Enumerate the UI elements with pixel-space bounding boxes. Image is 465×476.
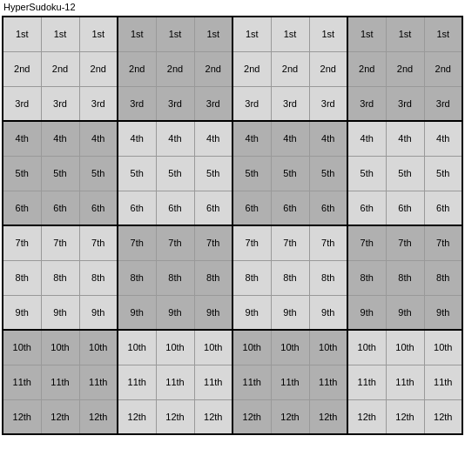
cell[interactable]: 4th [118, 121, 156, 156]
cell[interactable]: 11th [347, 365, 386, 399]
cell[interactable]: 6th [347, 191, 386, 225]
cell[interactable]: 6th [424, 191, 462, 225]
cell[interactable]: 9th [79, 295, 118, 330]
cell[interactable]: 4th [79, 121, 118, 156]
cell[interactable]: 2nd [41, 51, 79, 86]
cell[interactable]: 7th [386, 225, 424, 260]
cell[interactable]: 8th [194, 260, 232, 295]
cell[interactable]: 4th [424, 121, 462, 156]
cell[interactable]: 9th [194, 295, 232, 330]
cell[interactable]: 7th [194, 225, 232, 260]
cell[interactable]: 8th [271, 260, 309, 295]
cell[interactable]: 9th [386, 295, 424, 330]
cell[interactable]: 11th [424, 365, 462, 399]
cell[interactable]: 7th [309, 225, 347, 260]
cell[interactable]: 3rd [271, 86, 309, 121]
cell[interactable]: 4th [41, 121, 79, 156]
cell[interactable]: 1st [424, 17, 462, 51]
cell[interactable]: 4th [271, 121, 309, 156]
cell[interactable]: 7th [41, 225, 79, 260]
cell[interactable]: 6th [118, 191, 156, 225]
cell[interactable]: 3rd [79, 86, 118, 121]
cell[interactable]: 3rd [347, 86, 386, 121]
cell[interactable]: 5th [386, 156, 424, 191]
cell[interactable]: 2nd [271, 51, 309, 86]
cell[interactable]: 5th [424, 156, 462, 191]
cell[interactable]: 12th [424, 399, 462, 434]
cell[interactable]: 11th [309, 365, 347, 399]
cell[interactable]: 12th [3, 399, 41, 434]
cell[interactable]: 2nd [194, 51, 232, 86]
cell[interactable]: 2nd [118, 51, 156, 86]
cell[interactable]: 12th [194, 399, 232, 434]
cell[interactable]: 3rd [232, 86, 271, 121]
cell[interactable]: 4th [347, 121, 386, 156]
cell[interactable]: 2nd [79, 51, 118, 86]
cell[interactable]: 7th [347, 225, 386, 260]
cell[interactable]: 4th [232, 121, 271, 156]
cell[interactable]: 1st [156, 17, 194, 51]
cell[interactable]: 5th [41, 156, 79, 191]
cell[interactable]: 7th [271, 225, 309, 260]
cell[interactable]: 8th [386, 260, 424, 295]
cell[interactable]: 3rd [386, 86, 424, 121]
cell[interactable]: 8th [79, 260, 118, 295]
cell[interactable]: 5th [156, 156, 194, 191]
cell[interactable]: 4th [194, 121, 232, 156]
cell[interactable]: 12th [232, 399, 271, 434]
cell[interactable]: 1st [386, 17, 424, 51]
cell[interactable]: 9th [118, 295, 156, 330]
cell[interactable]: 5th [3, 156, 41, 191]
cell[interactable]: 10th [309, 330, 347, 365]
cell[interactable]: 8th [424, 260, 462, 295]
cell[interactable]: 11th [232, 365, 271, 399]
cell[interactable]: 8th [232, 260, 271, 295]
cell[interactable]: 4th [156, 121, 194, 156]
cell[interactable]: 5th [118, 156, 156, 191]
cell[interactable]: 12th [156, 399, 194, 434]
cell[interactable]: 1st [118, 17, 156, 51]
cell[interactable]: 3rd [424, 86, 462, 121]
cell[interactable]: 7th [232, 225, 271, 260]
cell[interactable]: 9th [347, 295, 386, 330]
cell[interactable]: 10th [79, 330, 118, 365]
cell[interactable]: 5th [232, 156, 271, 191]
cell[interactable]: 2nd [232, 51, 271, 86]
cell[interactable]: 2nd [3, 51, 41, 86]
cell[interactable]: 6th [3, 191, 41, 225]
cell[interactable]: 11th [194, 365, 232, 399]
cell[interactable]: 4th [3, 121, 41, 156]
cell[interactable]: 8th [118, 260, 156, 295]
cell[interactable]: 1st [309, 17, 347, 51]
cell[interactable]: 12th [309, 399, 347, 434]
cell[interactable]: 9th [271, 295, 309, 330]
cell[interactable]: 10th [194, 330, 232, 365]
cell[interactable]: 6th [232, 191, 271, 225]
cell[interactable]: 10th [424, 330, 462, 365]
cell[interactable]: 6th [79, 191, 118, 225]
cell[interactable]: 11th [79, 365, 118, 399]
cell[interactable]: 5th [347, 156, 386, 191]
cell[interactable]: 4th [309, 121, 347, 156]
cell[interactable]: 6th [41, 191, 79, 225]
cell[interactable]: 7th [156, 225, 194, 260]
cell[interactable]: 11th [118, 365, 156, 399]
cell[interactable]: 7th [3, 225, 41, 260]
cell[interactable]: 1st [3, 17, 41, 51]
cell[interactable]: 3rd [156, 86, 194, 121]
cell[interactable]: 11th [386, 365, 424, 399]
cell[interactable]: 11th [41, 365, 79, 399]
cell[interactable]: 12th [271, 399, 309, 434]
cell[interactable]: 9th [232, 295, 271, 330]
cell[interactable]: 12th [41, 399, 79, 434]
cell[interactable]: 1st [41, 17, 79, 51]
cell[interactable]: 6th [271, 191, 309, 225]
cell[interactable]: 10th [3, 330, 41, 365]
cell[interactable]: 5th [79, 156, 118, 191]
cell[interactable]: 8th [41, 260, 79, 295]
cell[interactable]: 10th [118, 330, 156, 365]
cell[interactable]: 3rd [118, 86, 156, 121]
cell[interactable]: 10th [156, 330, 194, 365]
cell[interactable]: 2nd [424, 51, 462, 86]
cell[interactable]: 12th [347, 399, 386, 434]
